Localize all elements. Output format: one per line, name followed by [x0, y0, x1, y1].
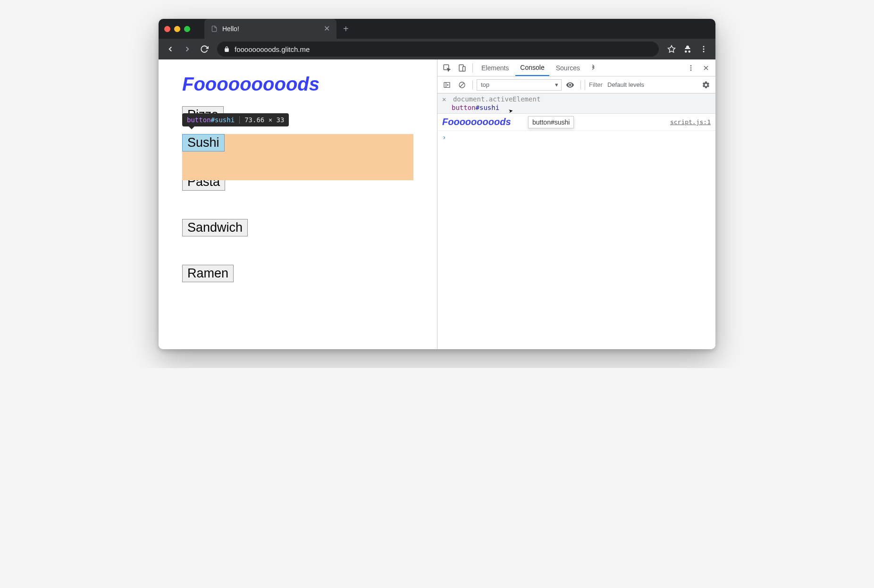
tooltip-id: #sushi: [211, 116, 235, 124]
svg-point-2: [703, 49, 705, 50]
forward-button[interactable]: [180, 42, 194, 56]
bookmark-star-icon[interactable]: [664, 42, 679, 56]
devtools-menu-icon[interactable]: [684, 61, 698, 75]
page-icon: [211, 25, 218, 32]
menu-icon[interactable]: [697, 42, 711, 56]
window-controls: [164, 26, 190, 32]
lock-icon: [224, 46, 230, 52]
svg-point-3: [703, 51, 705, 52]
console-prompt[interactable]: ›: [437, 131, 715, 144]
food-button-ramen[interactable]: Ramen: [182, 265, 234, 282]
tab-title: Hello!: [222, 25, 239, 33]
more-tabs-icon[interactable]: [587, 61, 600, 75]
inspect-element-icon[interactable]: [440, 61, 454, 75]
titlebar: Hello! ✕ +: [159, 19, 715, 39]
log-levels[interactable]: Default levels: [607, 81, 644, 88]
svg-point-9: [690, 69, 692, 71]
console-body: ✕ document.activeElement button#sushi ➤ …: [437, 93, 715, 349]
console-settings-icon[interactable]: [699, 78, 713, 92]
console-toolbar: top Default levels: [437, 76, 715, 93]
food-button-sandwich[interactable]: Sandwich: [182, 219, 248, 236]
live-expression-row[interactable]: ✕ document.activeElement button#sushi: [437, 93, 715, 114]
maximize-window-button[interactable]: [184, 26, 190, 32]
close-window-button[interactable]: [164, 26, 170, 32]
remove-expression-icon[interactable]: ✕: [442, 95, 446, 103]
console-log-row[interactable]: Fooooooooods script.js:1: [437, 114, 715, 131]
svg-marker-0: [668, 46, 675, 52]
devtools-panel: Elements Console Sources: [437, 59, 715, 349]
console-sidebar-toggle-icon[interactable]: [440, 78, 454, 92]
page-heading: Fooooooooods: [182, 74, 413, 95]
rendered-page: Fooooooooods Pizza button#sushi 73.66 × …: [159, 59, 437, 349]
incognito-icon[interactable]: [681, 42, 695, 56]
log-message: Fooooooooods: [442, 117, 511, 127]
tooltip-tag: button: [187, 116, 211, 124]
clear-console-icon[interactable]: [455, 78, 469, 92]
devtools-close-icon[interactable]: [699, 61, 713, 75]
context-selector[interactable]: top: [477, 79, 562, 91]
food-button-sushi[interactable]: Sushi: [182, 134, 225, 151]
context-value: top: [481, 81, 489, 88]
tab-console[interactable]: Console: [515, 59, 549, 76]
svg-point-1: [703, 46, 705, 47]
inspector-tooltip: button#sushi 73.66 × 33: [182, 113, 289, 126]
address-bar[interactable]: fooooooooods.glitch.me: [217, 42, 659, 57]
hover-tooltip: button#sushi: [528, 116, 574, 128]
back-button[interactable]: [163, 42, 177, 56]
tooltip-dimensions: 73.66 × 33: [244, 116, 284, 124]
reload-button[interactable]: [197, 42, 211, 56]
browser-window: Hello! ✕ + fooooooooods.glitch.me: [159, 19, 715, 349]
minimize-window-button[interactable]: [174, 26, 180, 32]
tab-sources[interactable]: Sources: [551, 59, 585, 76]
log-source-link[interactable]: script.js:1: [670, 118, 711, 126]
svg-point-7: [690, 65, 692, 67]
close-tab-icon[interactable]: ✕: [324, 25, 330, 33]
browser-tab[interactable]: Hello! ✕: [204, 19, 336, 39]
svg-rect-6: [463, 67, 465, 71]
content-area: Fooooooooods Pizza button#sushi 73.66 × …: [159, 59, 715, 349]
tab-elements[interactable]: Elements: [477, 59, 513, 76]
live-expression-result[interactable]: button#sushi: [442, 104, 712, 111]
svg-rect-12: [444, 82, 450, 87]
filter-input[interactable]: [585, 80, 605, 90]
inspected-element-wrapper: button#sushi 73.66 × 33 Sushi: [182, 134, 413, 151]
svg-point-8: [690, 67, 692, 68]
live-expression-icon[interactable]: [563, 78, 577, 92]
devtools-tabbar: Elements Console Sources: [437, 59, 715, 76]
svg-line-15: [460, 83, 464, 87]
device-toolbar-icon[interactable]: [455, 61, 469, 75]
toolbar: fooooooooods.glitch.me: [159, 39, 715, 59]
prompt-chevron-icon: ›: [442, 134, 446, 141]
url-text: fooooooooods.glitch.me: [235, 45, 310, 53]
new-tab-button[interactable]: +: [343, 24, 349, 34]
live-expression-text: document.activeElement: [453, 95, 540, 103]
